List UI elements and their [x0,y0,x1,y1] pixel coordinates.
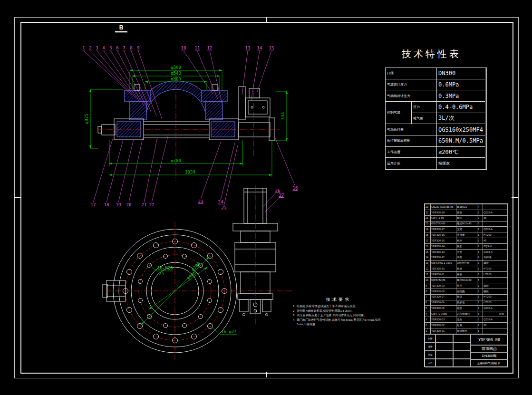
bom-row: 9 YDF300-09 垫片 1 橡胶 [425,283,508,289]
svg-text:25: 25 [222,205,227,210]
bom-item-code: YDF300-14 [431,244,456,250]
svg-text:φ305: φ305 [171,77,181,81]
bom-item-note [498,260,508,266]
bom-row: 15 YDF300-13 压盖 1 Q235-A [425,249,508,255]
callout-leaders: 1 2 3 4 5 6 7 8 9 10 11 12 13 14 15 16 1… [82,46,298,212]
svg-text:14: 14 [257,46,262,50]
svg-text:φ540: φ540 [171,71,181,76]
svg-text:6: 6 [116,46,118,50]
bom-item-material [483,328,498,334]
bom-item-code: YDF300-16 [431,232,456,238]
bom-item-name: 短管 [456,323,477,328]
bom-item-note [498,300,508,306]
bom-row: 14 YDF300-12 填料 4 石棉绳 [425,255,508,260]
bom-row: 19 YDF300-17 支架 1 Q235-A [425,227,508,232]
bom-item-code: GB/T71-85 [431,215,456,221]
bom-row: 23 GB230-M20x35-86 螺母M20 4 [425,204,508,210]
bom-item-qty: 8 [477,221,483,227]
bom-item-material: HT200 [483,232,498,238]
bom-item-code: YDF300-05 [431,306,456,311]
bom-item-material: Q235-A [483,210,498,215]
bom-row: 16 YDF300-14 轴套 2 ZQSn6 [425,244,508,250]
drawing-canvas[interactable]: B [0,0,532,395]
bom-row: 12 YDF300-10 阀座 1 HT200 [425,266,508,272]
bom-item-material [483,311,498,317]
bom-row: 13 GB/T3452.1-1992 O形密封圈 2 橡胶 [425,260,508,266]
bom-row: 10 GB/5782-86 螺栓M12x40 8 [425,278,508,283]
drawing-number: YDF300-00 [470,334,508,346]
bom-item-material: 石棉绳 [483,255,498,260]
bom-row: 5 YDF300-05 端盖 1 Q235-A [425,306,508,311]
bom-item-note [498,283,508,289]
bom-item-qty: 1 [477,249,483,255]
bom-item-name: O形密封圈 [456,260,477,266]
bom-item-note [498,221,508,227]
bom-item-code: YDF300-03 [431,317,456,323]
svg-text:21: 21 [142,202,147,207]
bom-item-no: 22 [425,210,431,215]
bom-row: 22 YDF300-18 接管 1 Q235-A [425,210,508,215]
bom-item-note [498,232,508,238]
bom-item-name: 接管 [456,210,477,215]
spec-value: 0.4-0.6MPa [437,102,485,113]
title-block-field: 工艺 [425,358,436,367]
bom-item-no: 2 [425,323,431,328]
bom-item-note [498,272,508,278]
bom-item-qty: 1 [477,266,483,272]
svg-text:13: 13 [245,46,251,50]
bom-item-code: YDF300-17 [431,227,456,232]
spec-value: 0.6MPa [437,79,485,91]
bom-item-qty: 1 [477,328,483,334]
svg-text:22: 22 [149,202,155,207]
svg-text:4: 4 [102,46,105,50]
svg-text:23: 23 [198,199,203,204]
bom-item-no: 12 [425,266,431,272]
bom-item-name: 支架 [456,227,477,232]
svg-text:16: 16 [293,186,298,191]
svg-text:5: 5 [109,46,112,50]
bom-item-material: Q235-A [483,227,498,232]
bom-item-code: YDF300-06 [431,300,456,306]
bom-item-note [498,278,508,283]
bom-item-code: GB230-M20x35-86 [431,204,456,210]
svg-text:7: 7 [123,46,125,50]
svg-text:1: 1 [82,46,85,50]
bom-row: 8 YDF300-08 密封圈 1 橡胶 [425,289,508,294]
bom-item-name: 螺栓M12x40 [456,278,477,283]
bom-item-name: 轴套 [456,244,477,250]
bom-item-name: 阀体部件 [456,328,477,334]
bom-item-code: GB/T3452.1-1992 [431,260,456,266]
svg-text:B: B [119,24,124,31]
bom-item-code: YDF300-13 [431,249,456,255]
bom-item-name: 螺栓M16x45 [456,221,477,227]
bom-item-material: Q235-A [483,249,498,255]
bom-item-note [498,289,508,294]
bom-item-no: 18 [425,232,431,238]
tech-requirement-text: 密封圈与蝶板装配后,保证密封间隙1.5-2mm。 [297,309,354,313]
spec-sublabel: 耗气量 [412,113,437,125]
bom-row: 18 YDF300-16 连接盘 1 HT200 [425,232,508,238]
bom-item-qty: 2 [477,300,483,306]
tech-requirement-text: 阀门出厂前进行气密性试验,试验压力0.6mpa 开启压力0.4mpa,保压5mi… [297,318,384,326]
tech-requirement-line: 3 试压后,阀板应处于全开位置,开闭动作灵活无卡阻现象。 [293,313,384,318]
bom-item-no: 5 [425,306,431,311]
svg-text:15: 15 [269,46,274,50]
bom-item-qty: 1 [477,283,483,289]
tech-requirements: 技术要求 1 组装前,所有零件必须清洗干净,不得有油污杂质。 2 密封圈与蝶板装… [293,297,384,327]
tech-requirement-number: 1 [293,304,297,308]
bom-item-no: 3 [425,317,431,323]
bom-item-code: YDF300-07 [431,294,456,300]
svg-text:3: 3 [96,46,98,50]
bom-item-name: 内六角螺钉 [456,311,477,317]
bom-item-name: 蝶板 [456,272,477,278]
svg-text:16-φ27: 16-φ27 [221,329,237,334]
bom-item-material: 橡胶 [483,289,498,294]
svg-text:9: 9 [137,46,139,50]
svg-text:φ590: φ590 [171,65,181,70]
tech-requirement-line: 2 密封圈与蝶板装配后,保证密封间隙1.5-2mm。 [293,309,384,313]
tech-requirement-text: 组装前,所有零件必须清洗干净,不得有油污杂质。 [297,304,358,308]
bom-item-material: HT200 [483,266,498,272]
svg-text:334: 334 [281,112,285,120]
spec-value: QGS160x250MF4 [437,124,485,135]
bom-item-no: 13 [425,260,431,266]
